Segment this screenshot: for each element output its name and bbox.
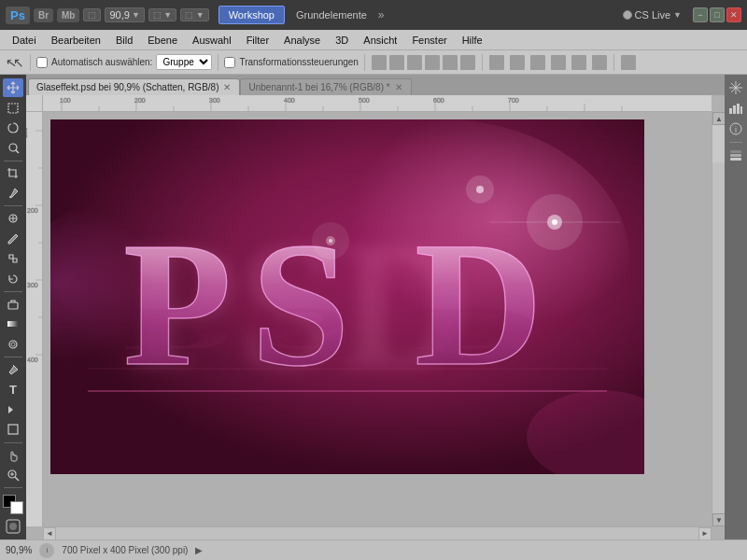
close-btn[interactable]: ✕ <box>726 7 741 22</box>
color-swatch[interactable] <box>3 495 23 513</box>
minimize-btn[interactable]: − <box>693 7 708 22</box>
canvas-container[interactable]: 100 200 300 400 500 600 700 <box>26 95 725 539</box>
workshop-workspace-btn[interactable]: Workshop <box>218 6 285 24</box>
svg-rect-94 <box>730 150 741 153</box>
shape-tool-btn[interactable] <box>3 420 23 439</box>
healing-brush-btn[interactable] <box>3 209 23 228</box>
arrange-mode[interactable]: ⬚ ▼ <box>180 8 208 21</box>
transform-checkbox[interactable] <box>224 57 235 68</box>
menu-datei[interactable]: Datei <box>6 33 43 48</box>
path-selection-btn[interactable] <box>3 400 23 419</box>
zoom-tool-btn[interactable] <box>3 466 23 484</box>
svg-rect-89 <box>740 106 742 114</box>
text-tool-btn[interactable]: T <box>3 380 23 399</box>
status-size-info: 700 Pixel x 400 Pixel (300 ppi) <box>62 545 188 555</box>
svg-rect-0 <box>8 104 18 113</box>
svg-text:200: 200 <box>134 97 146 104</box>
quick-select-btn[interactable] <box>3 138 23 157</box>
align-icon-4[interactable] <box>425 55 440 70</box>
distribute-icon[interactable] <box>489 55 504 70</box>
distribute-icon-4[interactable] <box>551 55 566 70</box>
menu-ansicht[interactable]: Ansicht <box>357 33 403 48</box>
menu-fenster[interactable]: Fenster <box>405 33 453 48</box>
scrollbar-right[interactable]: ▲ ▼ <box>712 112 725 526</box>
menu-bar: Datei Bearbeiten Bild Ebene Auswahl Filt… <box>0 30 747 50</box>
auto-align-icon[interactable] <box>621 55 636 70</box>
tab-glaseffekt[interactable]: Glaseffekt.psd bei 90,9% (Schatten, RGB/… <box>28 78 240 95</box>
svg-text:D: D <box>415 296 543 365</box>
tab-label-unbenannt: Unbenannt-1 bei 16,7% (RGB/8) * <box>248 82 389 92</box>
svg-point-81 <box>329 239 332 243</box>
svg-text:400: 400 <box>284 97 295 104</box>
auto-select-dropdown[interactable]: Gruppe Ebene <box>156 54 212 70</box>
menu-ebene[interactable]: Ebene <box>141 33 184 48</box>
menu-hilfe[interactable]: Hilfe <box>456 33 489 48</box>
scroll-up-arrow[interactable]: ▲ <box>712 112 725 125</box>
svg-rect-93 <box>730 154 741 157</box>
brush-tool-btn[interactable] <box>3 230 23 248</box>
status-nav-arrow[interactable]: ▶ <box>195 545 203 555</box>
status-bar: 90,9% i 700 Pixel x 400 Pixel (300 ppi) … <box>0 539 747 560</box>
scrollbar-bottom[interactable]: ◄ ► <box>43 526 712 539</box>
canvas: PSD P P P P S S S S D <box>50 119 644 474</box>
background-color[interactable] <box>10 501 23 514</box>
svg-text:300: 300 <box>209 97 220 104</box>
menu-filter[interactable]: Filter <box>240 33 275 48</box>
quick-mask-btn[interactable] <box>3 517 23 536</box>
hand-tool-btn[interactable] <box>3 446 23 465</box>
title-bar: Ps Br Mb ⬚ 90,9 ▼ ⬚ ▼ ⬚ ▼ Workshop Grund… <box>0 0 747 30</box>
panel-layers-icon[interactable] <box>726 147 745 165</box>
grundelemente-workspace-btn[interactable]: Grundelemente <box>289 7 374 23</box>
scroll-right-arrow[interactable]: ► <box>698 527 712 540</box>
tab-close-unbenannt[interactable]: ✕ <box>394 82 403 92</box>
more-workspaces-btn[interactable]: » <box>378 8 385 21</box>
ruler-corner <box>26 95 43 112</box>
blur-btn[interactable] <box>3 335 23 354</box>
menu-auswahl[interactable]: Auswahl <box>186 33 238 48</box>
crop-tool-btn[interactable] <box>3 164 23 183</box>
distribute-icon-5[interactable] <box>571 55 586 70</box>
tool-sep-2 <box>4 205 22 206</box>
cs-live-dot <box>623 10 632 20</box>
eraser-btn[interactable] <box>3 295 23 314</box>
move-tool-btn[interactable] <box>3 78 23 97</box>
pen-tool-btn[interactable] <box>3 360 23 379</box>
tab-close-glaseffekt[interactable]: ✕ <box>222 82 232 92</box>
eyedropper-btn[interactable] <box>3 184 23 203</box>
menu-3d[interactable]: 3D <box>329 33 355 48</box>
mb-icon: Mb <box>57 8 79 22</box>
tab-unbenannt[interactable]: Unbenannt-1 bei 16,7% (RGB/8) * ✕ <box>240 78 411 95</box>
panel-info-icon[interactable]: i <box>726 119 745 138</box>
maximize-btn[interactable]: □ <box>710 7 725 22</box>
cs-live-area[interactable]: CS Live ▼ <box>623 9 682 21</box>
menu-bild[interactable]: Bild <box>109 33 139 48</box>
options-divider-1 <box>30 54 31 71</box>
align-icon-5[interactable] <box>443 55 458 70</box>
svg-text:P: P <box>123 296 232 365</box>
auto-select-checkbox[interactable] <box>36 57 48 68</box>
align-icon-3[interactable] <box>407 55 422 70</box>
clone-stamp-btn[interactable] <box>3 249 23 268</box>
history-brush-btn[interactable] <box>3 270 23 288</box>
ruler-top: 100 200 300 400 500 600 700 <box>43 95 712 112</box>
transform-label: Transformationssteuerungen <box>239 57 358 67</box>
scroll-left-arrow[interactable]: ◄ <box>43 527 56 540</box>
left-toolbar: T <box>0 75 26 539</box>
lasso-tool-btn[interactable] <box>3 119 23 137</box>
align-icon-1[interactable] <box>372 55 387 70</box>
distribute-icon-2[interactable] <box>510 55 525 70</box>
align-icon-2[interactable] <box>389 55 404 70</box>
menu-bearbeiten[interactable]: Bearbeiten <box>45 33 107 48</box>
zoom-display[interactable]: 90,9 ▼ <box>105 7 144 22</box>
selection-tool-btn[interactable] <box>3 98 23 117</box>
align-icon-6[interactable] <box>460 55 475 70</box>
distribute-icon-6[interactable] <box>592 55 607 70</box>
gradient-btn[interactable] <box>3 315 23 333</box>
screen-mode[interactable]: ⬚ ▼ <box>148 8 176 21</box>
move-tool-indicator: ↖ ↖ <box>6 55 24 70</box>
distribute-icon-3[interactable] <box>530 55 545 70</box>
panel-histogram-icon[interactable] <box>726 99 745 118</box>
panel-sparkle-icon[interactable] <box>726 78 745 97</box>
scroll-down-arrow[interactable]: ▼ <box>712 513 725 526</box>
menu-analyse[interactable]: Analyse <box>277 33 327 48</box>
